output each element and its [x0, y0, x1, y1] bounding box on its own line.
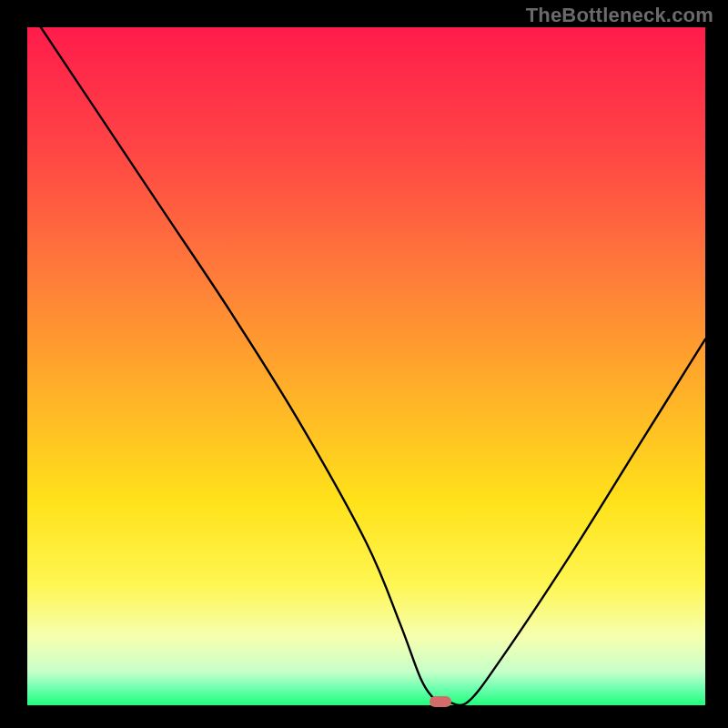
plot-area	[27, 27, 705, 705]
bottleneck-curve	[27, 27, 705, 705]
watermark-text: TheBottleneck.com	[526, 4, 713, 27]
optimal-point-marker	[430, 696, 451, 707]
chart-container: TheBottleneck.com	[0, 0, 728, 728]
